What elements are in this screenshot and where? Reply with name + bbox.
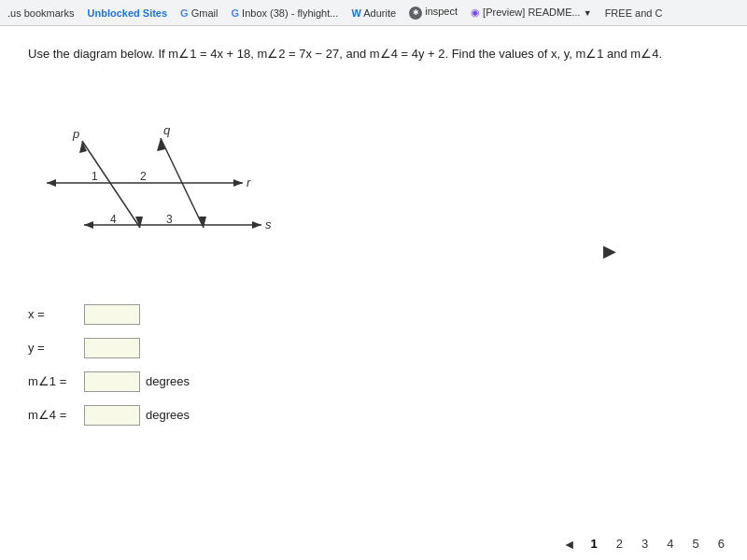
y-input[interactable]	[84, 338, 140, 358]
angle3-label: 3	[166, 213, 173, 226]
diagram-container: p q r s 1 2 4 3	[28, 80, 327, 286]
inspect-badge-icon: ✱	[409, 7, 422, 20]
bookmarks-tab[interactable]: .us bookmarks	[4, 6, 78, 21]
browser-toolbar: .us bookmarks Unblocked Sites G Gmail G …	[0, 0, 747, 26]
y-answer-row: y =	[28, 338, 719, 358]
adurite-tab[interactable]: W Adurite	[347, 6, 400, 21]
page-2-button[interactable]: 2	[613, 535, 627, 553]
free-tab[interactable]: FREE and C	[601, 6, 667, 21]
s-label: s	[265, 217, 272, 231]
gmail-tab[interactable]: G Gmail	[176, 6, 221, 21]
m1-label: m∠1 =	[28, 374, 84, 388]
m4-label: m∠4 =	[28, 408, 84, 422]
cursor-indicator: ▶	[603, 241, 616, 261]
m4-answer-row: m∠4 = degrees	[28, 405, 719, 426]
geometry-diagram: p q r s 1 2 4 3	[28, 80, 327, 286]
m1-unit: degrees	[146, 374, 190, 388]
x-label: x =	[28, 307, 84, 321]
svg-marker-1	[47, 179, 56, 187]
preview-tab[interactable]: ◉ [Preview] README... ▼	[467, 5, 596, 21]
svg-marker-4	[84, 221, 93, 229]
pagination-prev-button[interactable]: ◄	[563, 537, 576, 552]
m4-input[interactable]	[84, 405, 140, 426]
y-label: y =	[28, 341, 84, 355]
angle1-label: 1	[92, 170, 98, 183]
answers-section: x = y = m∠1 = degrees m∠4 = degrees	[28, 304, 719, 426]
unblocked-sites-tab[interactable]: Unblocked Sites	[84, 6, 172, 21]
angle2-label: 2	[140, 170, 147, 183]
inbox-tab[interactable]: G Inbox (38) - flyhight...	[227, 6, 342, 21]
dropdown-arrow-icon: ▼	[584, 8, 592, 18]
main-content: Use the diagram below. If m∠1 = 4x + 18,…	[0, 26, 747, 560]
svg-marker-5	[252, 221, 261, 229]
angle4-label: 4	[110, 213, 117, 226]
preview-icon: ◉	[471, 7, 480, 18]
pagination-bar: ◄ 1 2 3 4 5 6	[563, 535, 728, 553]
google-icon: G	[180, 7, 189, 19]
page-5-button[interactable]: 5	[689, 535, 703, 553]
inspect-tab[interactable]: ✱ inspect	[405, 4, 461, 21]
x-answer-row: x =	[28, 304, 719, 325]
p-label: p	[72, 127, 79, 141]
page-4-button[interactable]: 4	[663, 535, 677, 553]
m1-input[interactable]	[84, 371, 140, 392]
w-icon: W	[351, 7, 360, 19]
question-text: Use the diagram below. If m∠1 = 4x + 18,…	[28, 45, 719, 63]
svg-marker-2	[233, 179, 243, 187]
m4-unit: degrees	[146, 408, 190, 422]
page-1-button[interactable]: 1	[587, 535, 601, 553]
page-3-button[interactable]: 3	[638, 535, 652, 553]
google-icon2: G	[231, 7, 239, 19]
x-input[interactable]	[84, 304, 140, 325]
q-label: q	[163, 123, 171, 137]
page-6-button[interactable]: 6	[714, 535, 728, 553]
r-label: r	[247, 175, 251, 189]
m1-answer-row: m∠1 = degrees	[28, 371, 719, 392]
